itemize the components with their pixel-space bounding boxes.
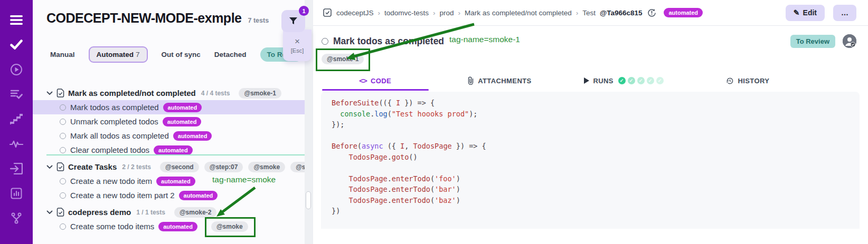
breadcrumb: codeceptJS›todomvc-tests›prod›Mark as co…	[322, 8, 703, 17]
sign-in-icon[interactable]	[7, 156, 25, 181]
test-row[interactable]: Create a new todo item part 2automated	[33, 188, 305, 202]
automated-badge: automated	[163, 103, 202, 112]
run-pass-icon: ✓	[618, 77, 626, 84]
test-title-row: Mark todos as completed To Review	[322, 34, 856, 48]
automated-badge: automated	[158, 222, 197, 231]
close-icon[interactable]: ×	[295, 37, 300, 46]
tag-pill[interactable]: @smoke-2	[174, 207, 216, 218]
code-line: Scenario('Mark todos as completed @Ta966…	[332, 228, 849, 229]
code-line	[332, 218, 849, 229]
breadcrumb-item[interactable]: Mark as completed/not completed	[465, 9, 572, 17]
tag-pill[interactable]: @smoke	[248, 162, 285, 172]
tests-count: 7 tests	[248, 17, 269, 24]
code-line: TodosPage.goto()	[332, 153, 849, 164]
tab-code[interactable]: <> CODE	[313, 72, 437, 90]
test-id: @Ta966c815	[600, 9, 642, 17]
test-row[interactable]: Mark todos as completedautomated	[33, 100, 305, 114]
escape-hint: [Esc]	[291, 47, 304, 54]
tag-pill[interactable]: @second	[160, 162, 199, 172]
suite-count: 4 / 4 tests	[201, 90, 230, 97]
test-title: Mark todos as completed	[333, 36, 444, 47]
suite-row[interactable]: Create Tasks2 / 2 tests@second@step:07@s…	[33, 160, 305, 174]
tab-label: Out of sync	[162, 51, 201, 58]
test-label: Create a new todo item	[70, 177, 152, 186]
scrollbar-thumb[interactable]	[306, 191, 311, 209]
test-label: Create a new todo item part 2	[70, 191, 175, 200]
tab-automated[interactable]: Automated7	[89, 46, 148, 63]
chevron-down-icon[interactable]	[46, 91, 53, 95]
run-pass-icon: ✓	[656, 77, 664, 84]
code-line: Before(async ({ I, TodosPage }) => {	[332, 142, 849, 153]
annotated-tag-box: @smoke	[211, 221, 248, 232]
steps-icon[interactable]	[7, 106, 25, 131]
filter-button[interactable]: 1	[281, 10, 305, 32]
app-sidebar	[0, 0, 33, 244]
branch-icon[interactable]	[7, 206, 25, 230]
test-circle-icon	[60, 147, 66, 153]
more-button[interactable]: …	[833, 5, 856, 21]
suite-doc-icon	[56, 162, 64, 171]
breadcrumb-test[interactable]: Test	[582, 9, 596, 17]
pencil-icon: ✎	[794, 8, 800, 17]
list-check-icon[interactable]	[7, 82, 25, 106]
edit-button[interactable]: ✎ Edit	[786, 5, 825, 21]
breadcrumb-item[interactable]: codeceptJS	[336, 9, 374, 17]
breadcrumb-item[interactable]: prod	[440, 9, 454, 17]
suite-tags: @smoke-1	[239, 88, 281, 99]
tab-runs[interactable]: RUNS ✓✓✓✓✓	[562, 72, 686, 90]
tag-pill[interactable]: @smoke-1	[239, 88, 281, 99]
tag-pill[interactable]: @step:07	[204, 162, 243, 172]
test-list-panel: CODECEPT-NEW-MODE-exmple 7 tests ManualA…	[33, 0, 305, 244]
annotation-smoke1-label: tag-name=smoke-1	[449, 35, 520, 44]
project-title: CODECEPT-NEW-MODE-exmple	[46, 11, 241, 26]
suite-row[interactable]: Mark as completed/not completed4 / 4 tes…	[33, 86, 305, 100]
code-line: })	[332, 207, 849, 218]
test-list-tabs: ManualAutomated7Out of syncDetachedTo Re…	[50, 45, 303, 63]
suite-count: 1 / 1 tests	[136, 209, 165, 216]
chevron-down-icon[interactable]	[46, 210, 53, 214]
tab-manual[interactable]: Manual	[50, 51, 75, 58]
suite-label: codepress demo	[68, 208, 131, 217]
automated-badge: automated	[154, 145, 193, 155]
code-line: TodosPage.enterTodo('baz')	[332, 196, 849, 207]
chevron-down-icon[interactable]	[46, 165, 53, 169]
tab-history[interactable]: HISTORY	[686, 72, 810, 90]
test-circle-icon	[60, 192, 66, 199]
automated-badge: automated	[179, 191, 218, 200]
suite-tags: @smoke-2	[174, 207, 216, 218]
code-line	[332, 163, 849, 174]
pulse-icon[interactable]	[7, 131, 25, 156]
tab-attachments[interactable]: ATTACHMENTS	[437, 72, 561, 90]
breadcrumb-item[interactable]: todomvc-tests	[384, 9, 429, 17]
test-circle-icon	[60, 223, 66, 230]
breadcrumb-separator: ›	[576, 9, 579, 17]
test-row[interactable]: Mark all todos as completedautomated	[33, 129, 305, 143]
clock-alert-icon	[647, 8, 656, 17]
tag-pill[interactable]: @smoke	[211, 221, 248, 232]
annotated-tag-box: @smoke-1	[322, 54, 364, 64]
code-line: TodosPage.enterTodo('bar')	[332, 185, 849, 196]
status-badge[interactable]: To Review	[790, 35, 835, 48]
tag-pill[interactable]: @smoke-1	[322, 54, 364, 64]
code-line: TodosPage.enterTodo('foo')	[332, 174, 849, 186]
run-pass-icon: ✓	[637, 77, 645, 84]
detail-tabs: <> CODE ATTACHMENTS RUNS ✓✓✓✓✓ HISTORY	[313, 72, 810, 90]
code-line: BeforeSuite(({ I }) => {	[332, 99, 849, 110]
avatar[interactable]	[843, 34, 856, 48]
bar-chart-icon[interactable]	[7, 181, 25, 206]
test-label: Mark todos as completed	[70, 103, 159, 112]
breadcrumb-separator: ›	[433, 9, 436, 17]
test-row[interactable]: Unmark completed todosautomated	[33, 114, 305, 129]
test-row[interactable]: Create some todo itemsautomated@smoke	[33, 219, 305, 233]
tab-out-of-sync[interactable]: Out of sync	[162, 51, 201, 58]
hamburger-icon[interactable]	[7, 7, 25, 32]
check-icon[interactable]	[7, 32, 25, 57]
play-icon	[583, 77, 589, 84]
test-detail-panel: codeceptJS›todomvc-tests›prod›Mark as co…	[313, 0, 868, 244]
filter-count-badge: 1	[299, 6, 309, 16]
paperclip-icon	[467, 76, 474, 85]
play-circle-icon[interactable]	[7, 57, 25, 82]
tab-detached[interactable]: Detached	[214, 51, 247, 58]
code-line: });	[332, 120, 849, 131]
suite-row[interactable]: codepress demo1 / 1 tests@smoke-2	[33, 205, 305, 219]
